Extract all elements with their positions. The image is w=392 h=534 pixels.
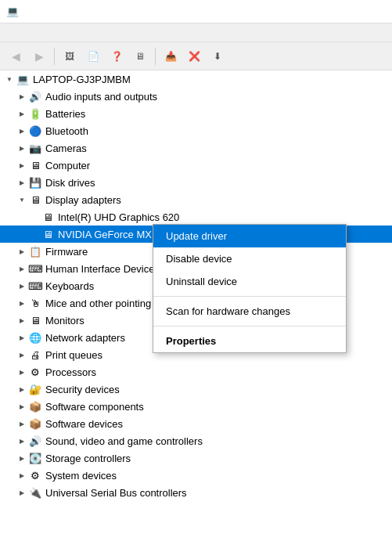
tree-icon-systemdevices: ⚙ [28, 468, 42, 482]
tree-item-softwaredevices[interactable]: 📦Software devices [0, 415, 392, 432]
tree-label-network: Network adapters [45, 332, 125, 344]
ctx-item-properties[interactable]: Properties [153, 330, 346, 352]
menu-view[interactable] [34, 31, 50, 34]
tree-item-softwarecomponents[interactable]: 📦Software components [0, 398, 392, 415]
expand-btn-computer[interactable] [16, 159, 28, 171]
uninstall-button[interactable]: ❌ [183, 45, 205, 67]
tree-icon-root: 💻 [16, 72, 30, 86]
tree-label-systemdevices: System devices [45, 470, 117, 482]
tree-label-intelgpu: Intel(R) UHD Graphics 620 [58, 211, 179, 223]
expand-btn-softwarecomponents[interactable] [16, 400, 28, 413]
tree-icon-cameras: 📷 [28, 141, 42, 155]
back-button[interactable]: ◀ [5, 45, 27, 67]
tree-icon-computer: 🖥 [28, 158, 42, 172]
tree-label-cameras: Cameras [45, 143, 87, 154]
ctx-separator [153, 326, 346, 327]
tree-label-processors: Processors [45, 366, 96, 378]
tree-item-bluetooth[interactable]: 🔵Bluetooth [0, 122, 392, 139]
tree-label-diskdrives: Disk drives [45, 177, 95, 189]
expand-btn-keyboards[interactable] [16, 280, 28, 292]
expand-btn-mice[interactable] [16, 297, 28, 309]
add-hardware-button[interactable]: 📥 [160, 45, 182, 67]
tree-item-security[interactable]: 🔐Security devices [0, 381, 392, 398]
toolbar-separator-2 [155, 48, 156, 65]
tree-label-storage: Storage controllers [45, 453, 131, 464]
tree-icon-bluetooth: 🔵 [28, 124, 42, 138]
expand-btn-diskdrives[interactable] [16, 176, 28, 189]
tree-item-batteries[interactable]: 🔋Batteries [0, 105, 392, 122]
tree-label-sound: Sound, video and game controllers [45, 435, 203, 447]
toolbar: ◀ ▶ 🖼 📄 ❓ 🖥 📥 ❌ ⬇ [0, 42, 392, 70]
tree-icon-diskdrives: 💾 [28, 175, 42, 189]
expand-btn-sound[interactable] [16, 435, 28, 447]
help-button[interactable]: ❓ [106, 45, 128, 67]
expand-btn-security[interactable] [16, 383, 28, 395]
tree-label-softwaredevices: Software devices [45, 418, 123, 430]
scan-button[interactable]: ⬇ [207, 45, 228, 67]
tree-icon-softwaredevices: 📦 [28, 417, 42, 431]
tree-icon-mice: 🖱 [28, 296, 42, 310]
menu-file[interactable] [3, 31, 19, 34]
tree-item-processors[interactable]: ⚙Processors [0, 363, 392, 381]
tree-item-systemdevices[interactable]: ⚙System devices [0, 467, 392, 484]
tree-item-usb[interactable]: 🔌Universal Serial Bus controllers [0, 484, 392, 501]
tree-icon-network: 🌐 [28, 330, 42, 345]
expand-btn-softwaredevices[interactable] [16, 417, 28, 430]
expand-btn-firmware[interactable] [16, 245, 28, 258]
expand-btn-storage[interactable] [16, 452, 28, 464]
tree-item-cameras[interactable]: 📷Cameras [0, 139, 392, 157]
expand-btn-audio[interactable] [16, 90, 28, 103]
ctx-item-update[interactable]: Update driver [153, 225, 346, 247]
context-menu: Update driverDisable deviceUninstall dev… [153, 224, 347, 353]
expand-btn-usb[interactable] [16, 486, 28, 499]
expand-btn-hid[interactable] [16, 262, 28, 275]
ctx-item-uninstall[interactable]: Uninstall device [153, 270, 346, 293]
tree-item-displayadapters[interactable]: 🖥Display adapters [0, 191, 392, 208]
tree-icon-hid: ⌨ [28, 262, 42, 276]
app-icon: 💻 [6, 5, 19, 18]
expand-btn-root[interactable] [3, 73, 16, 85]
tree-item-diskdrives[interactable]: 💾Disk drives [0, 174, 392, 191]
properties-button[interactable]: 🖼 [59, 45, 81, 67]
expand-btn-monitors[interactable] [16, 314, 28, 327]
forward-button[interactable]: ▶ [28, 45, 50, 67]
expand-btn-batteries[interactable] [16, 107, 28, 120]
tree-item-computer[interactable]: 🖥Computer [0, 157, 392, 174]
tree-item-sound[interactable]: 🔊Sound, video and game controllers [0, 432, 392, 449]
expand-btn-network[interactable] [16, 331, 28, 344]
tree-icon-audio: 🔊 [28, 89, 42, 103]
tree-item-intelgpu[interactable]: 🖥Intel(R) UHD Graphics 620 [0, 208, 392, 226]
tree-icon-firmware: 📋 [28, 244, 42, 258]
tree-icon-storage: 💽 [28, 451, 42, 465]
menu-action[interactable] [19, 31, 34, 34]
tree-item-storage[interactable]: 💽Storage controllers [0, 449, 392, 467]
ctx-item-scan[interactable]: Scan for hardware changes [153, 300, 346, 323]
expand-btn-cameras[interactable] [16, 142, 28, 154]
tree-label-usb: Universal Serial Bus controllers [45, 487, 187, 499]
tree-item-audio[interactable]: 🔊Audio inputs and outputs [0, 88, 392, 105]
tree-label-security: Security devices [45, 384, 120, 395]
tree-label-printqueues: Print queues [45, 349, 102, 361]
expand-btn-bluetooth[interactable] [16, 124, 28, 137]
tree-label-computer: Computer [45, 160, 90, 171]
tree-label-monitors: Monitors [45, 315, 85, 327]
tree-icon-processors: ⚙ [28, 365, 42, 379]
expand-btn-displayadapters[interactable] [16, 193, 28, 206]
tree-label-firmware: Firmware [45, 246, 88, 258]
update-driver-button[interactable]: 📄 [82, 45, 104, 67]
expand-btn-systemdevices[interactable] [16, 469, 28, 482]
tree-icon-softwarecomponents: 📦 [28, 399, 42, 413]
tree-icon-batteries: 🔋 [28, 106, 42, 121]
tree-label-bluetooth: Bluetooth [45, 125, 88, 137]
tree-label-batteries: Batteries [45, 108, 85, 120]
ctx-item-disable[interactable]: Disable device [153, 247, 346, 270]
display-button[interactable]: 🖥 [129, 45, 151, 67]
expand-btn-printqueues[interactable] [16, 348, 28, 361]
expand-btn-processors[interactable] [16, 366, 28, 378]
ctx-separator [153, 296, 346, 297]
tree-icon-monitors: 🖥 [28, 313, 42, 327]
tree-icon-displayadapters: 🖥 [28, 193, 42, 207]
tree-item-root[interactable]: 💻LAPTOP-GJ3PJMBM [0, 70, 392, 88]
tree-label-keyboards: Keyboards [45, 280, 94, 292]
menu-help[interactable] [50, 31, 66, 34]
